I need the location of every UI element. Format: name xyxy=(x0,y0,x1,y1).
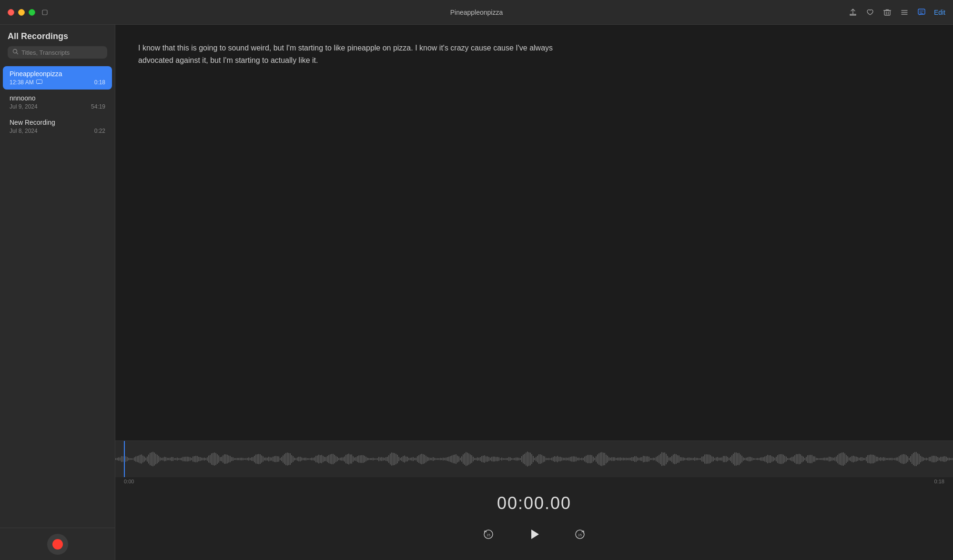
svg-rect-4 xyxy=(36,80,42,83)
search-container xyxy=(8,46,107,59)
sidebar: All Recordings Pineappleonpizza 12:38 AM xyxy=(0,25,115,560)
recording-meta-3: Jul 8, 2024 0:22 xyxy=(10,128,105,134)
record-dot xyxy=(52,539,63,550)
recordings-list: Pineappleonpizza 12:38 AM 0:18 xyxy=(0,63,115,528)
transcript-icon[interactable] xyxy=(917,8,926,17)
close-button[interactable] xyxy=(8,9,14,16)
recording-duration-2: 54:19 xyxy=(91,103,105,110)
recording-name-1: Pineappleonpizza xyxy=(10,70,105,78)
recording-item-1[interactable]: Pineappleonpizza 12:38 AM 0:18 xyxy=(3,66,112,90)
svg-text:15: 15 xyxy=(487,533,490,537)
delete-icon[interactable] xyxy=(882,8,892,17)
sidebar-title: All Recordings xyxy=(8,31,107,41)
sidebar-header: All Recordings xyxy=(0,25,115,63)
traffic-lights xyxy=(8,9,35,16)
rewind-button[interactable]: 15 xyxy=(478,524,499,545)
player-area: 0:00 0:18 00:00.00 15 xyxy=(115,440,953,560)
recording-duration-3: 0:22 xyxy=(94,128,105,134)
transcript-text: I know that this is going to sound weird… xyxy=(138,42,567,67)
waveform-canvas xyxy=(115,441,953,477)
recording-date-3: Jul 8, 2024 xyxy=(10,128,38,134)
titlebar-title: Pineappleonpizza xyxy=(450,9,503,16)
svg-rect-0 xyxy=(42,10,47,15)
forward-button[interactable]: 15 xyxy=(569,524,590,545)
edit-button[interactable]: Edit xyxy=(934,9,945,16)
titlebar-actions: Edit xyxy=(848,8,945,17)
svg-text:15: 15 xyxy=(578,533,582,537)
titlebar-left xyxy=(8,8,50,17)
playhead xyxy=(124,441,125,477)
titlebar: Pineappleonpizza xyxy=(0,0,953,25)
recording-item-2[interactable]: nnnoono Jul 9, 2024 54:19 xyxy=(3,90,112,114)
recording-duration-1: 0:18 xyxy=(94,79,105,86)
svg-marker-6 xyxy=(531,530,539,539)
list-icon[interactable] xyxy=(900,8,909,17)
main-layout: All Recordings Pineappleonpizza 12:38 AM xyxy=(0,25,953,560)
waveform-container[interactable] xyxy=(115,441,953,477)
time-end: 0:18 xyxy=(934,479,944,484)
fullscreen-button[interactable] xyxy=(40,8,50,17)
play-button[interactable] xyxy=(522,522,547,547)
search-input[interactable] xyxy=(21,49,102,56)
share-icon[interactable] xyxy=(848,8,858,17)
recording-item-3[interactable]: New Recording Jul 8, 2024 0:22 xyxy=(3,115,112,138)
recording-meta-1: 12:38 AM 0:18 xyxy=(10,79,105,86)
recording-name-3: New Recording xyxy=(10,119,105,126)
content-area: I know that this is going to sound weird… xyxy=(115,25,953,560)
recording-name-2: nnnoono xyxy=(10,94,105,102)
recording-date-1: 12:38 AM xyxy=(10,79,34,86)
recording-date-2: Jul 9, 2024 xyxy=(10,103,38,110)
time-markers: 0:00 0:18 xyxy=(115,477,953,486)
svg-rect-1 xyxy=(884,10,890,15)
record-button[interactable] xyxy=(47,534,68,555)
time-start: 0:00 xyxy=(124,479,134,484)
sidebar-footer xyxy=(0,528,115,560)
search-icon xyxy=(12,49,19,56)
transcript-area: I know that this is going to sound weird… xyxy=(115,25,953,440)
recording-meta-left-1: 12:38 AM xyxy=(10,79,42,86)
maximize-button[interactable] xyxy=(29,9,35,16)
recording-meta-2: Jul 9, 2024 54:19 xyxy=(10,103,105,110)
recording-transcript-icon-1 xyxy=(36,80,42,86)
playback-time: 00:00.00 xyxy=(115,486,953,518)
favorite-icon[interactable] xyxy=(865,8,875,17)
minimize-button[interactable] xyxy=(18,9,25,16)
playback-controls: 15 15 xyxy=(115,518,953,560)
